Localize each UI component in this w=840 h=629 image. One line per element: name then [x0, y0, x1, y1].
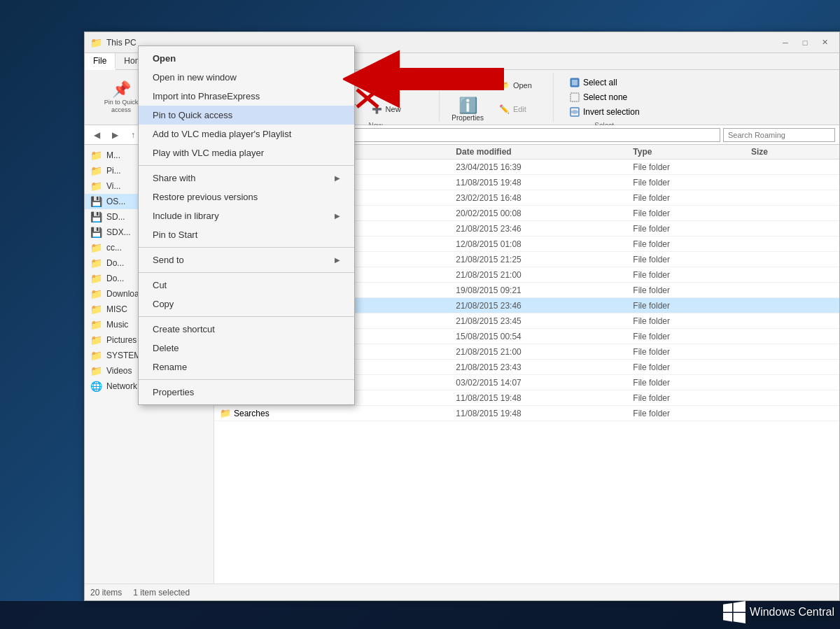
ctx-sep-1 — [139, 165, 354, 166]
ctx-include-library[interactable]: Include in library ▶ — [139, 206, 354, 225]
ctx-rename[interactable]: Rename — [139, 358, 354, 376]
invert-selection-label: Invert selection — [583, 107, 640, 117]
sidebar-item-label-music: Music — [106, 320, 128, 330]
ctx-share-label: Share with — [153, 173, 195, 183]
ctx-vlc-playlist-label: Add to VLC media player's Playlist — [153, 129, 291, 139]
file-date-roaming: 03/02/2015 14:07 — [456, 378, 633, 388]
ctx-cut-label: Cut — [153, 280, 167, 290]
header-size: Size — [751, 147, 834, 157]
drive-icon-5: 💾 — [90, 227, 102, 238]
file-name-searches: 📁 Searches — [220, 408, 456, 418]
properties-button[interactable]: ℹ️ Properties — [447, 94, 489, 125]
folder-icon-music: 📁 — [90, 319, 102, 330]
folder-icon-system: 📁 — [90, 350, 102, 361]
context-menu: Open Open in new window Import into Phra… — [138, 45, 355, 405]
ctx-pin-start-label: Pin to Start — [153, 229, 197, 240]
select-all-label: Select all — [583, 78, 617, 87]
back-button[interactable]: ◀ — [89, 127, 104, 143]
ctx-delete-label: Delete — [153, 343, 179, 353]
file-date-5: 12/08/2015 01:08 — [456, 239, 633, 249]
file-date-savedgames: 11/08/2015 19:48 — [456, 393, 633, 403]
file-date-links: 21/08/2015 23:45 — [456, 316, 633, 326]
select-none-icon — [569, 92, 580, 103]
select-all-button[interactable]: Select all — [566, 76, 643, 90]
network-icon: 🌐 — [90, 381, 102, 392]
title-controls: ─ □ ✕ — [776, 36, 834, 50]
file-type-icloud: File folder — [633, 301, 751, 311]
ctx-copy[interactable]: Copy — [139, 295, 354, 313]
file-date-0: 23/04/2015 16:39 — [456, 162, 633, 172]
file-type-links: File folder — [633, 316, 751, 326]
ctx-open-label: Open — [153, 53, 176, 64]
ctx-create-shortcut[interactable]: Create shortcut — [139, 320, 354, 339]
easy-access-label: Easy access — [386, 81, 429, 90]
sidebar-item-label-6: cc... — [106, 243, 122, 253]
header-type: Type — [633, 147, 751, 157]
properties-label: Properties — [451, 114, 484, 122]
watermark: Windows Central — [723, 601, 834, 623]
pin-icon: 📌 — [112, 80, 131, 99]
ctx-vlc-play[interactable]: Play with VLC media player — [139, 143, 354, 162]
ctx-pin-label: Pin to Quick access — [153, 110, 232, 120]
open-button[interactable]: 📂 Open — [491, 74, 547, 97]
ctx-library-label: Include in library — [153, 211, 219, 221]
ctx-open[interactable]: Open — [139, 49, 354, 68]
select-options: Select all Select none Inv — [561, 74, 648, 120]
ctx-import-label: Import into PhraseExpress — [153, 91, 260, 101]
edit-button[interactable]: ✏️ Edit — [491, 98, 547, 120]
file-date-2: 23/02/2015 16:48 — [456, 193, 633, 203]
ctx-cut[interactable]: Cut — [139, 276, 354, 295]
ctx-send-to-arrow: ▶ — [335, 256, 340, 264]
ctx-sep-5 — [139, 379, 354, 380]
sidebar-item-label-0: M... — [106, 150, 120, 160]
sidebar-item-label-7: Do... — [106, 258, 124, 268]
ctx-share-with[interactable]: Share with ▶ — [139, 169, 354, 188]
ctx-send-to[interactable]: Send to ▶ — [139, 250, 354, 269]
ctx-open-new-window-label: Open in new window — [153, 72, 237, 83]
file-type-4: File folder — [633, 224, 751, 234]
ctx-restore-versions[interactable]: Restore previous versions — [139, 188, 354, 206]
new-item-button[interactable]: ➕ New — [364, 98, 434, 120]
maximize-button[interactable]: □ — [796, 36, 814, 50]
ctx-restore-label: Restore previous versions — [153, 192, 258, 202]
ctx-open-new-window[interactable]: Open in new window — [139, 68, 354, 87]
search-input[interactable] — [723, 128, 835, 142]
file-type-7: File folder — [633, 270, 751, 280]
ctx-delete[interactable]: Delete — [139, 339, 354, 358]
file-type-0: File folder — [633, 162, 751, 172]
header-date: Date modified — [456, 147, 633, 157]
folder-icon-videos: 📁 — [90, 365, 102, 376]
ctx-properties[interactable]: Properties — [139, 383, 354, 402]
tab-file[interactable]: File — [85, 53, 115, 70]
file-row-searches[interactable]: 📁 Searches 11/08/2015 19:48 File folder — [214, 406, 839, 421]
file-type-5: File folder — [633, 239, 751, 249]
watermark-text: Windows Central — [750, 606, 834, 619]
ctx-vlc-playlist[interactable]: Add to VLC media player's Playlist — [139, 125, 354, 143]
sidebar-item-label-5: SDX... — [106, 227, 131, 237]
ctx-import-phraseexpress[interactable]: Import into PhraseExpress — [139, 87, 354, 106]
easy-access-button[interactable]: ⚡ Easy access — [364, 74, 434, 97]
edit-icon: ✏️ — [496, 101, 513, 118]
invert-selection-button[interactable]: Invert selection — [566, 105, 643, 119]
close-button[interactable]: ✕ — [816, 36, 834, 50]
select-none-button[interactable]: Select none — [566, 90, 643, 104]
forward-button[interactable]: ▶ — [107, 127, 122, 143]
file-type-onedrive: File folder — [633, 347, 751, 357]
file-type-pictures: File folder — [633, 362, 751, 372]
ctx-pin-quick-access[interactable]: Pin to Quick access — [139, 106, 354, 125]
ribbon-group-open: ℹ️ Properties 📂 Open ✏️ Edit � — [441, 73, 554, 122]
folder-icon-8: 📁 — [90, 273, 102, 284]
title-bar-left: 📁 This PC — [90, 37, 136, 48]
ctx-share-arrow: ▶ — [335, 174, 340, 182]
file-date-music: 15/08/2015 00:54 — [456, 332, 633, 341]
ctx-pin-start[interactable]: Pin to Start — [139, 225, 354, 244]
folder-icon-2: 📁 — [90, 181, 102, 192]
ctx-properties-label: Properties — [153, 387, 194, 397]
file-date-pictures: 21/08/2015 23:43 — [456, 362, 633, 372]
easy-access-icon: ⚡ — [369, 77, 386, 94]
file-date-onedrive: 21/08/2015 21:00 — [456, 347, 633, 357]
new-item-icon: ➕ — [369, 101, 386, 118]
file-date-4: 21/08/2015 23:46 — [456, 224, 633, 234]
minimize-button[interactable]: ─ — [776, 36, 794, 50]
ctx-sep-4 — [139, 316, 354, 317]
